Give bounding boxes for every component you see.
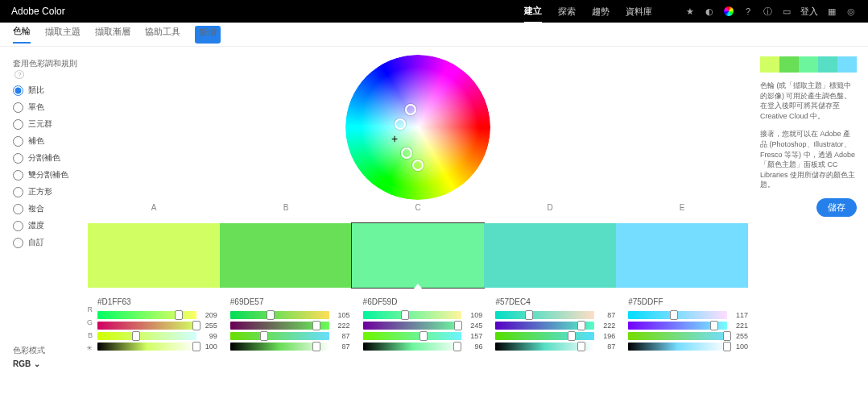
slider-g[interactable] — [97, 322, 196, 330]
harmony-rule-1[interactable]: 單色 — [13, 102, 81, 113]
slider-column: #D1FF6320925599100 — [93, 293, 222, 355]
subnav-extract-gradient[interactable]: 擷取漸層 — [95, 26, 130, 43]
slider-column: #57DEC48722219687 — [490, 293, 620, 355]
harmony-rule-2[interactable]: 三元群 — [13, 118, 81, 130]
harmony-help-icon[interactable]: ? — [14, 70, 24, 79]
wheel-marker[interactable] — [405, 104, 416, 115]
slider-r[interactable] — [363, 311, 462, 319]
right-sidebar: 色輪 (或「擷取主題」標籤中的影像) 可用於產生調色盤。在登入後即可將其儲存至 … — [755, 47, 868, 411]
channel-label: ☀ — [83, 344, 93, 355]
slider-b[interactable] — [628, 332, 727, 340]
slider-value: 105 — [334, 311, 350, 319]
hex-value[interactable]: #69DE57 — [230, 297, 350, 306]
swatch[interactable] — [484, 223, 616, 288]
subnav-accessibility[interactable]: 協助工具 — [145, 26, 180, 43]
topnav-trends[interactable]: 趨勢 — [592, 6, 610, 18]
slider-g[interactable] — [230, 322, 329, 330]
channel-label: R — [83, 305, 93, 316]
top-nav: 建立 探索 趨勢 資料庫 — [524, 5, 652, 19]
swatch-letter: A — [88, 203, 220, 212]
slider-value: 87 — [599, 342, 615, 351]
slider-b[interactable] — [495, 332, 594, 340]
swatch-header-row: ABCDE — [88, 203, 748, 212]
subnav-extract-theme[interactable]: 擷取主題 — [45, 26, 81, 43]
swatch[interactable] — [616, 223, 748, 288]
slider-value: 245 — [466, 322, 482, 330]
harmony-rule-0[interactable]: 類比 — [13, 85, 81, 96]
harmony-rule-4[interactable]: 分割補色 — [13, 152, 81, 164]
top-icons: ★ ◐ ? ⓘ ▭ 登入 ▦ ◎ — [684, 6, 857, 17]
slider-value: 209 — [201, 311, 217, 319]
slider-column: #75DDFF117221255100 — [623, 293, 753, 355]
moon-icon[interactable]: ◐ — [704, 6, 715, 17]
swatch[interactable] — [352, 223, 484, 288]
login-link[interactable]: 登入 — [800, 6, 818, 17]
info-text-2: 接著，您就可以在 Adobe 產品 (Photoshop、Illustrator… — [760, 129, 857, 190]
harmony-rule-6[interactable]: 正方形 — [13, 186, 81, 197]
slider-value: 157 — [466, 332, 482, 340]
chevron-down-icon: ⌄ — [34, 359, 40, 368]
harmony-rule-8[interactable]: 濃度 — [13, 220, 81, 231]
slider-value: 100 — [201, 342, 217, 351]
slider-value: 87 — [334, 342, 350, 351]
topnav-libraries[interactable]: 資料庫 — [626, 6, 652, 18]
swatch[interactable] — [88, 223, 220, 288]
slider-column: #6DF59D10924515796 — [358, 293, 488, 355]
new-badge: 新增 — [195, 26, 221, 44]
slider-l[interactable] — [97, 342, 196, 351]
subnav-wheel[interactable]: 色輪 — [13, 25, 31, 44]
slider-l[interactable] — [363, 342, 462, 351]
slider-l[interactable] — [495, 342, 594, 351]
slider-g[interactable] — [495, 322, 594, 330]
swatch-letter: C — [352, 203, 484, 212]
slider-r[interactable] — [495, 311, 594, 319]
slider-r[interactable] — [97, 311, 196, 319]
slider-value: 255 — [732, 332, 748, 340]
slider-l[interactable] — [628, 342, 727, 351]
slider-b[interactable] — [97, 332, 196, 340]
slider-r[interactable] — [230, 311, 329, 319]
slider-b[interactable] — [230, 332, 329, 340]
harmony-rule-9[interactable]: 自訂 — [13, 237, 81, 248]
slider-value: 255 — [201, 322, 217, 330]
apps-icon[interactable]: ▦ — [826, 6, 837, 17]
cc-icon[interactable]: ◎ — [845, 6, 857, 17]
info-icon[interactable]: ⓘ — [762, 6, 773, 17]
topnav-explore[interactable]: 探索 — [558, 6, 576, 18]
slider-g[interactable] — [363, 322, 462, 330]
slider-value: 87 — [334, 332, 350, 340]
topnav-create[interactable]: 建立 — [524, 5, 542, 23]
sub-nav: 色輪 擷取主題 擷取漸層 協助工具 新增 — [0, 23, 868, 47]
harmony-rule-5[interactable]: 雙分割補色 — [13, 169, 81, 181]
color-wheel-icon[interactable] — [723, 6, 734, 17]
harmony-rule-7[interactable]: 複合 — [13, 203, 81, 214]
wheel-marker[interactable] — [412, 160, 424, 171]
hex-value[interactable]: #75DDFF — [628, 297, 748, 306]
mini-swatches — [760, 56, 857, 73]
hex-value[interactable]: #57DEC4 — [495, 297, 615, 306]
harmony-rule-3[interactable]: 補色 — [13, 135, 81, 147]
swatch-letter: D — [484, 203, 616, 212]
slider-r[interactable] — [628, 311, 727, 319]
slider-b[interactable] — [363, 332, 462, 340]
colormode-label: 色彩模式 — [13, 345, 81, 356]
center-panel: + ABCDE RGB☀ #D1FF6320925599100#69DE5710… — [81, 47, 755, 411]
hex-value[interactable]: #D1FF63 — [97, 297, 217, 306]
colormode-select[interactable]: RGB ⌄ — [13, 359, 81, 368]
star-icon[interactable]: ★ — [684, 6, 696, 17]
channel-label: B — [83, 331, 93, 342]
hex-value[interactable]: #6DF59D — [363, 297, 483, 306]
color-wheel[interactable]: + — [345, 55, 490, 200]
slider-l[interactable] — [230, 342, 329, 351]
harmony-label: 套用色彩調和規則 ? — [13, 58, 81, 78]
chat-icon[interactable]: ▭ — [781, 6, 792, 17]
wheel-base-marker[interactable]: + — [391, 132, 398, 145]
wheel-marker[interactable] — [401, 147, 412, 159]
wheel-marker[interactable] — [395, 118, 406, 130]
slider-g[interactable] — [628, 322, 727, 330]
info-text-1: 色輪 (或「擷取主題」標籤中的影像) 可用於產生調色盤。在登入後即可將其儲存至 … — [760, 81, 857, 121]
swatch[interactable] — [220, 223, 352, 288]
help-icon[interactable]: ? — [742, 6, 754, 17]
brand: Adobe Color — [11, 6, 65, 17]
save-button[interactable]: 儲存 — [816, 198, 857, 217]
